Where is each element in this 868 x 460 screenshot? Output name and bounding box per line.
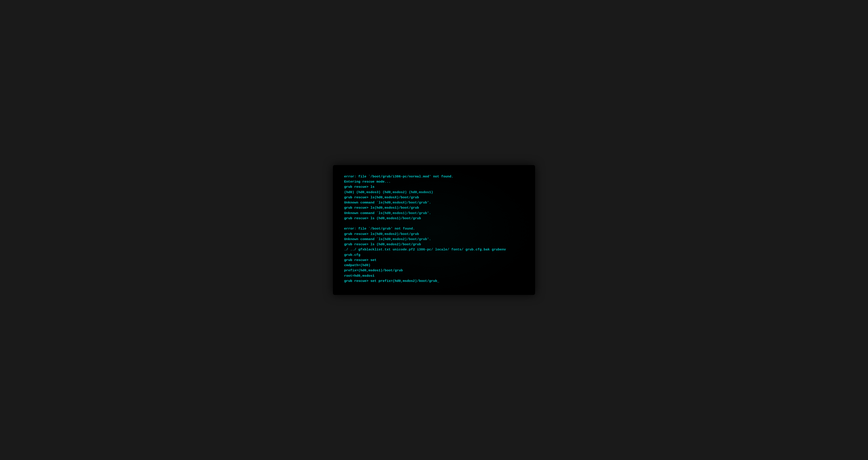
terminal-line-line11: error: file `/boot/grub' not found.	[344, 226, 524, 231]
terminal-line-line20: root=hd0,msdos1	[344, 273, 524, 278]
terminal-line-line21: grub rescue> set prefix=(hd0,msdos2)/boo…	[344, 278, 524, 284]
terminal-line-line16: grub.cfg	[344, 252, 524, 257]
terminal-output: error: file `/boot/grub/i386-pc/normal.m…	[344, 174, 524, 284]
terminal-line-line8: Unknown command `ls(hd0,msdos1)/boot/gru…	[344, 211, 524, 216]
terminal-line-line4: (hd0) (hd0,msdos3) (hd0,msdos2) (hd0,msd…	[344, 190, 524, 195]
terminal-line-line15: ./ ../ gfxblacklist.txt unicode.pf2 i386…	[344, 247, 524, 252]
terminal-line-line2: Entering rescue mode...	[344, 179, 524, 184]
terminal-line-line13: Unknown command `ls(hd0,msdos2)/boot/gru…	[344, 237, 524, 242]
terminal-line-line5: grub rescue> ls(hd0,msdosX)/boot/grub	[344, 195, 524, 200]
terminal-screen: error: file `/boot/grub/i386-pc/normal.m…	[333, 165, 535, 295]
terminal-line-line12: grub rescue> ls(hd0,msdos2)/boot/grub	[344, 232, 524, 237]
terminal-line-line14: grub rescue> ls (hd0,msdos2)/boot/grub	[344, 242, 524, 247]
terminal-line-line17: grub rescue> set	[344, 257, 524, 263]
terminal-line-line18: cmdpath=(hd0)	[344, 263, 524, 268]
terminal-line-line7: grub rescue> ls(hd0,msdos1)/boot/grub	[344, 205, 524, 211]
terminal-line-line3: grub rescue> ls	[344, 184, 524, 190]
terminal-line-line9: grub rescue> ls (hd0,msdos1)/boot/grub	[344, 216, 524, 221]
terminal-line-line19: prefix=(hd0,msdos1)/boot/grub	[344, 268, 524, 273]
terminal-line-line1: error: file `/boot/grub/i386-pc/normal.m…	[344, 174, 524, 179]
terminal-line-line6: Unknown command `ls(hd0,msdosX)/boot/gru…	[344, 200, 524, 205]
terminal-blank-line	[344, 221, 524, 226]
